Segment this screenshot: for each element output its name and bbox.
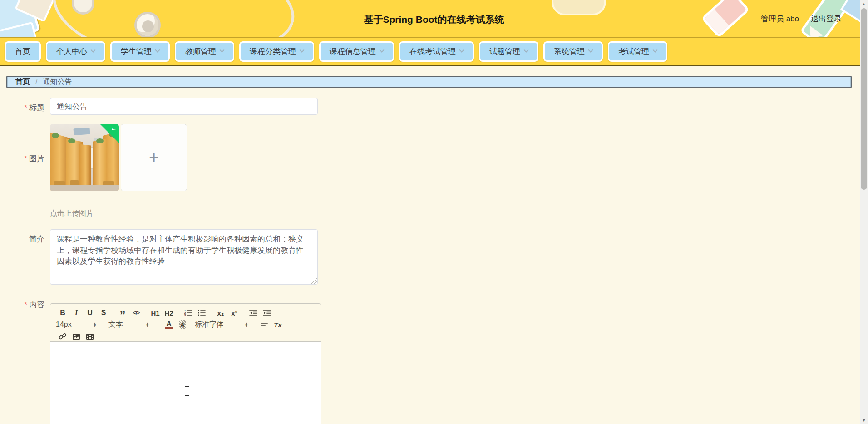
scrollbar-thumb[interactable] [861, 8, 867, 190]
intro-textarea[interactable]: 课程是一种教育性经验，是对主体产生积极影响的各种因素的总和；狭义上，课程专指学校… [50, 229, 318, 285]
font-size-select[interactable]: 14px ▴▾ [56, 319, 96, 330]
content-field-label: *内容 [3, 300, 44, 310]
scroll-up-arrow-icon[interactable]: ▲ [860, 0, 868, 8]
superscript-icon[interactable]: x² [227, 307, 241, 318]
chevron-down-icon [299, 48, 304, 53]
select-arrows-icon: ▴▾ [146, 322, 148, 327]
plus-icon: + [149, 148, 159, 168]
nav-item-teacher-mgmt[interactable]: 教师管理 [175, 41, 234, 62]
intro-field-label: 简介 [3, 234, 44, 244]
strikethrough-icon[interactable]: S [97, 307, 110, 318]
heading1-icon[interactable]: H1 [148, 307, 162, 318]
breadcrumb: 首页 / 通知公告 [6, 76, 852, 88]
required-asterisk: * [24, 301, 27, 309]
chevron-down-icon [155, 48, 160, 53]
editor-toolbar: B I U S ” </> H1 H2 123 x₂ x² [50, 304, 321, 342]
logout-link[interactable]: 退出登录 [811, 14, 842, 24]
chevron-down-icon [588, 48, 593, 53]
page-title: 基于Spring Boot的在线考试系统 [0, 0, 868, 38]
vertical-scrollbar[interactable]: ▲ ▼ [860, 0, 868, 424]
blockquote-icon[interactable]: ” [116, 307, 129, 318]
outdent-icon[interactable] [247, 307, 260, 318]
nav-item-home[interactable]: 首页 [5, 41, 41, 62]
page-root: 基于Spring Boot的在线考试系统 管理员 abo 退出登录 首页 个人中… [0, 0, 868, 424]
required-asterisk: * [24, 104, 27, 112]
text-format-select[interactable]: 文本 ▴▾ [108, 319, 148, 330]
chevron-down-icon [379, 48, 384, 53]
subscript-icon[interactable]: x₂ [214, 307, 227, 318]
rich-text-editor: B I U S ” </> H1 H2 123 x₂ x² [50, 303, 321, 424]
nav-item-student-mgmt[interactable]: 学生管理 [110, 41, 170, 62]
title-field-label: *标题 [3, 103, 44, 113]
chevron-down-icon [652, 48, 657, 53]
chevron-down-icon [523, 48, 528, 53]
nav-item-profile[interactable]: 个人中心 [46, 41, 105, 62]
chevron-down-icon [90, 48, 95, 53]
clear-format-icon[interactable]: Tx [271, 319, 285, 330]
underline-icon[interactable]: U [83, 307, 97, 318]
app-header: 基于Spring Boot的在线考试系统 管理员 abo 退出登录 [0, 0, 868, 38]
nav-item-course-info-mgmt[interactable]: 课程信息管理 [319, 41, 394, 62]
heading2-icon[interactable]: H2 [162, 307, 176, 318]
nav-item-online-exam-mgmt[interactable]: 在线考试管理 [399, 41, 474, 62]
bold-icon[interactable]: B [56, 307, 69, 318]
title-input[interactable] [50, 98, 318, 115]
nav-item-exam-mgmt[interactable]: 考试管理 [608, 41, 667, 62]
font-family-select[interactable]: 标准字体 ▴▾ [195, 319, 247, 330]
link-icon[interactable] [56, 331, 69, 342]
indent-icon[interactable] [260, 307, 274, 318]
current-user-label: 管理员 abo [761, 14, 799, 24]
select-arrows-icon: ▴▾ [245, 322, 247, 327]
svg-text:3: 3 [184, 314, 186, 316]
ordered-list-icon[interactable]: 123 [181, 307, 195, 318]
text-color-icon[interactable]: A [162, 319, 176, 330]
image-field-label: *图片 [3, 153, 44, 164]
required-asterisk: * [24, 154, 27, 163]
image-icon[interactable] [69, 331, 83, 342]
breadcrumb-current: 通知公告 [43, 77, 72, 87]
nav-item-system-mgmt[interactable]: 系统管理 [543, 41, 603, 62]
uploaded-image-thumbnail[interactable]: ✓ [50, 124, 119, 191]
nav-item-course-category-mgmt[interactable]: 课程分类管理 [239, 41, 314, 62]
chevron-down-icon [219, 48, 224, 53]
chevron-down-icon [459, 48, 464, 53]
upload-hint-text: 点击上传图片 [50, 209, 94, 218]
editor-content-area[interactable] [50, 342, 321, 424]
text-cursor [187, 386, 187, 396]
breadcrumb-home-link[interactable]: 首页 [15, 77, 30, 87]
background-color-icon[interactable]: A [176, 319, 189, 330]
image-upload-button[interactable]: + [121, 124, 187, 191]
video-icon[interactable] [83, 331, 97, 342]
thumb-ceiling-light [74, 128, 90, 135]
align-icon[interactable] [257, 319, 271, 330]
code-block-icon[interactable]: </> [129, 307, 143, 318]
scroll-down-arrow-icon[interactable]: ▼ [860, 416, 868, 424]
bullet-list-icon[interactable] [195, 307, 208, 318]
main-nav: 首页 个人中心 学生管理 教师管理 课程分类管理 课程信息管理 在线考试管理 试… [0, 38, 868, 66]
nav-item-question-mgmt[interactable]: 试题管理 [479, 41, 538, 62]
select-arrows-icon: ▴▾ [94, 322, 96, 327]
textarea-resize-handle[interactable] [311, 278, 317, 284]
italic-icon[interactable]: I [69, 307, 83, 318]
breadcrumb-separator: / [35, 78, 37, 86]
